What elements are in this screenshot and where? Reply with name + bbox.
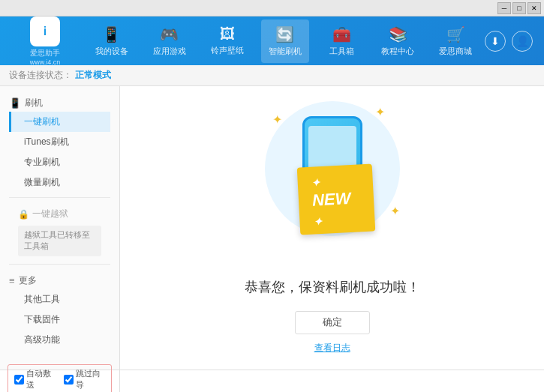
title-bar: ─ □ ✕ — [0, 0, 544, 16]
nav-apps[interactable]: 🎮 应用游戏 — [146, 19, 194, 63]
logo-icon: i — [30, 16, 60, 46]
skip-wizard-label[interactable]: 跳过向导 — [64, 368, 106, 391]
auto-detect-label[interactable]: 自动敷送 — [14, 368, 56, 391]
content-area: ✦ ✦ ✦ NEW 恭喜您，保资料刷机成功啦！ 确定 查看日志 — [120, 86, 544, 370]
divider-1 — [9, 197, 110, 198]
close-button[interactable]: ✕ — [527, 2, 541, 14]
status-bar: 设备连接状态： 正常模式 — [0, 65, 544, 86]
nav-toolbox[interactable]: 🧰 工具箱 — [319, 19, 364, 63]
game-icon: 🎮 — [160, 25, 179, 43]
checkbox-group: 自动敷送 跳过向导 — [8, 364, 112, 392]
nav-smart-flash[interactable]: 🔄 智能刷机 — [261, 19, 309, 63]
sidebar-flash-header: 📱 刷机 — [9, 94, 110, 112]
maximize-button[interactable]: □ — [512, 2, 526, 14]
user-button[interactable]: 👤 — [512, 31, 533, 52]
sidebar-item-download-firmware[interactable]: 下载固件 — [9, 310, 110, 330]
phone-illustration: ✦ ✦ ✦ NEW — [257, 101, 407, 263]
image-icon: 🖼 — [220, 25, 235, 43]
sidebar-bottom: 自动敷送 跳过向导 📱 iPhone 12 mini 64GB Down-12m… — [0, 370, 120, 392]
minimize-button[interactable]: ─ — [497, 2, 511, 14]
sidebar-item-pro-flash[interactable]: 专业刷机 — [9, 152, 110, 172]
content-bottom — [120, 370, 544, 392]
window-controls[interactable]: ─ □ ✕ — [497, 2, 541, 14]
store-icon: 🛒 — [446, 25, 465, 43]
skip-wizard-checkbox[interactable] — [64, 375, 74, 385]
nav-tutorial[interactable]: 📚 教程中心 — [374, 19, 422, 63]
sidebar-item-other-tools[interactable]: 其他工具 — [9, 289, 110, 310]
nav-bar: 📱 我的设备 🎮 应用游戏 🖼 铃声壁纸 🔄 智能刷机 🧰 工具箱 📚 教程中心… — [83, 16, 485, 65]
menu-icon: ≡ — [9, 275, 15, 286]
lock-icon: 🔒 — [18, 209, 29, 220]
sidebar-item-advanced[interactable]: 高级功能 — [9, 330, 110, 350]
nav-my-device[interactable]: 📱 我的设备 — [88, 19, 136, 63]
logo-area: i 爱思助手 www.i4.cn — [8, 16, 83, 66]
nav-store[interactable]: 🛒 爱思商城 — [431, 19, 479, 63]
view-log-link[interactable]: 查看日志 — [314, 342, 350, 355]
sidebar: 📱 刷机 一键刷机 iTunes刷机 专业刷机 微量刷机 🔒 一键越狱 — [0, 86, 120, 370]
download-button[interactable]: ⬇ — [485, 31, 506, 52]
sparkle-3: ✦ — [390, 204, 400, 218]
sidebar-item-itunes-flash[interactable]: iTunes刷机 — [9, 132, 110, 152]
sidebar-item-save-flash[interactable]: 微量刷机 — [9, 172, 110, 193]
header-right: ⬇ 👤 — [485, 31, 536, 52]
sidebar-more-header: ≡ 更多 — [9, 272, 110, 289]
sidebar-jailbreak-header: 🔒 一键越狱 — [9, 205, 110, 223]
nav-wallpaper[interactable]: 🖼 铃声壁纸 — [203, 19, 251, 62]
new-badge: NEW — [296, 163, 375, 235]
main-layout: 📱 刷机 一键刷机 iTunes刷机 专业刷机 微量刷机 🔒 一键越狱 — [0, 86, 544, 370]
logo-text: 爱思助手 www.i4.cn — [30, 48, 61, 66]
sparkle-1: ✦ — [272, 112, 282, 127]
sidebar-item-one-click-flash[interactable]: 一键刷机 — [9, 112, 110, 132]
refresh-icon: 🔄 — [275, 25, 294, 43]
divider-2 — [9, 264, 110, 265]
header: i 爱思助手 www.i4.cn 📱 我的设备 🎮 应用游戏 🖼 铃声壁纸 🔄 … — [0, 16, 544, 65]
sparkle-2: ✦ — [375, 105, 385, 119]
phone-icon: 📱 — [102, 25, 121, 43]
sidebar-jailbreak-note: 越狱工具已转移至工具箱 — [18, 226, 101, 256]
phone-section-icon: 📱 — [9, 97, 21, 109]
auto-detect-checkbox[interactable] — [14, 375, 24, 385]
status-label: 设备连接状态： — [9, 69, 72, 82]
book-icon: 📚 — [389, 25, 407, 43]
confirm-button[interactable]: 确定 — [295, 311, 370, 334]
status-value: 正常模式 — [75, 69, 111, 82]
success-message: 恭喜您，保资料刷机成功啦！ — [245, 278, 420, 296]
toolbox-icon: 🧰 — [332, 25, 351, 43]
sidebar-flash-section: 📱 刷机 一键刷机 iTunes刷机 专业刷机 微量刷机 — [0, 90, 119, 194]
sidebar-jailbreak-section: 🔒 一键越狱 越狱工具已转移至工具箱 — [0, 201, 119, 261]
sidebar-more-section: ≡ 更多 其他工具 下载固件 高级功能 — [0, 268, 119, 352]
